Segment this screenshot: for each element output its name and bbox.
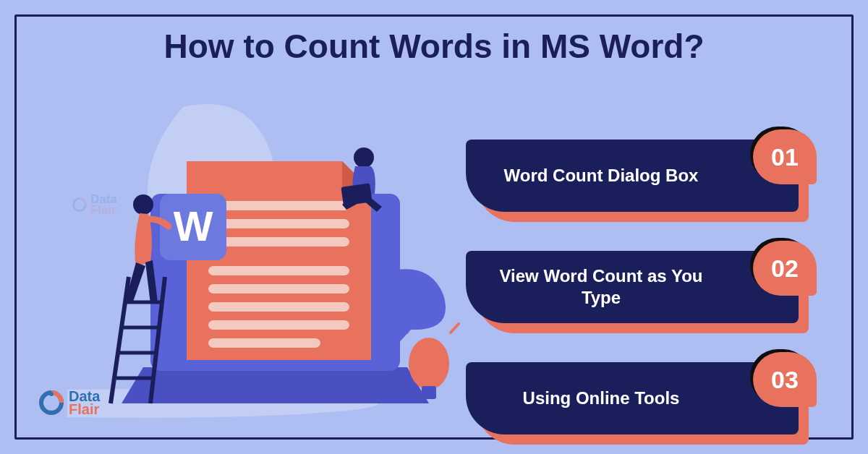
svg-point-28 xyxy=(49,392,54,396)
list-item: Word Count Dialog Box 01 xyxy=(466,140,824,220)
card-text: View Word Count as You Type xyxy=(490,265,712,309)
brand-logo: Data Flair xyxy=(37,388,100,417)
svg-point-23 xyxy=(133,194,153,215)
svg-point-24 xyxy=(354,147,374,168)
svg-rect-6 xyxy=(208,284,349,294)
number-badge: 01 xyxy=(753,129,817,184)
svg-rect-2 xyxy=(208,201,349,210)
method-list: Word Count Dialog Box 01 View Word Count… xyxy=(466,140,824,443)
svg-line-17 xyxy=(111,277,129,403)
svg-text:W: W xyxy=(174,202,213,249)
svg-point-12 xyxy=(409,338,449,390)
svg-rect-25 xyxy=(341,183,372,205)
card-online-tools: Using Online Tools xyxy=(466,362,799,434)
badge-number: 01 xyxy=(771,143,799,171)
svg-rect-3 xyxy=(208,219,349,228)
badge-number: 03 xyxy=(771,366,799,394)
page-title: How to Count Words in MS Word? xyxy=(17,27,851,66)
illustration: W xyxy=(67,100,472,418)
svg-rect-13 xyxy=(422,386,436,399)
watermark: Data Flair xyxy=(71,194,117,216)
number-badge: 03 xyxy=(753,352,817,407)
svg-rect-7 xyxy=(208,302,349,312)
svg-rect-9 xyxy=(208,338,320,348)
number-badge: 02 xyxy=(753,241,817,296)
svg-line-16 xyxy=(451,324,459,333)
outer-frame: How to Count Words in MS Word? W xyxy=(14,14,854,440)
badge-number: 02 xyxy=(771,254,799,283)
card-view-as-you-type: View Word Count as You Type xyxy=(466,251,799,323)
logo-text: Data Flair xyxy=(69,390,100,416)
svg-rect-5 xyxy=(208,266,349,275)
svg-rect-8 xyxy=(208,320,349,330)
list-item: View Word Count as You Type 02 xyxy=(466,251,824,332)
card-text: Word Count Dialog Box xyxy=(490,165,712,187)
logo-icon xyxy=(37,388,66,417)
svg-rect-4 xyxy=(208,237,349,247)
card-text: Using Online Tools xyxy=(490,387,712,409)
list-item: Using Online Tools 03 xyxy=(466,362,824,443)
card-word-count-dialog: Word Count Dialog Box xyxy=(466,140,799,212)
